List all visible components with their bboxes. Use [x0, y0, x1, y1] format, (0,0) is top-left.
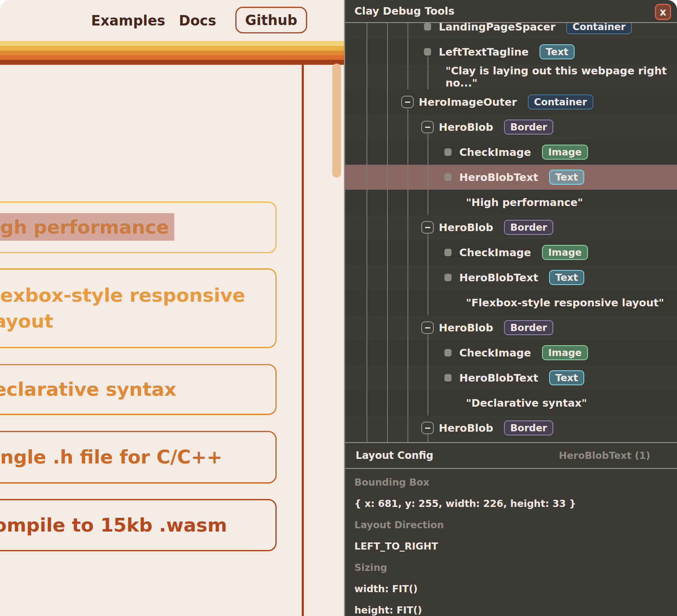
debug-panel-header: Clay Debug Tools — [345, 0, 677, 23]
element-type-badge: Image — [542, 145, 588, 160]
screen: Examples Docs Github igh performancelexb… — [0, 0, 677, 616]
collapse-minus-icon[interactable] — [421, 321, 434, 334]
element-type-badge: Text — [549, 270, 584, 285]
tree-indent-guide — [428, 435, 428, 442]
clay-debug-panel: Clay Debug Tools x LandingPageSpacerCont… — [344, 0, 677, 616]
hero-blob-text: lexbox-style responsive ayout — [0, 283, 245, 334]
element-type-badge: Border — [504, 120, 553, 135]
element-name: HeroImageOuter — [419, 96, 517, 108]
element-name: HeroBlobText — [459, 171, 538, 183]
element-bullet-icon — [424, 48, 431, 56]
hero-blob-card: eclarative syntax — [0, 364, 277, 415]
layout-config-header: Layout Config HeroBlobText (1) — [345, 442, 677, 469]
hero-blob-card: ompile to 15kb .wasm — [0, 499, 277, 551]
selected-element-label: HeroBlobText (1) — [559, 450, 650, 461]
tree-row[interactable]: HeroBlobTextText — [345, 265, 677, 290]
tree-indent-guide — [387, 23, 388, 442]
element-type-badge: Border — [504, 220, 553, 235]
config-field-label: Layout Direction — [354, 514, 677, 535]
tree-row[interactable]: CheckImageImage — [345, 240, 677, 265]
stripe-band — [0, 46, 344, 51]
hero-blob-text: eclarative syntax — [0, 377, 176, 402]
tree-row[interactable]: HeroImageOuterContainer — [345, 89, 677, 115]
tree-row[interactable]: HeroBlobTextText — [345, 165, 677, 190]
gradient-stripe — [0, 41, 344, 65]
element-name: HeroBlobText — [459, 272, 538, 284]
nav-link-examples[interactable]: Examples — [91, 0, 165, 41]
nav-link-docs[interactable]: Docs — [179, 0, 216, 41]
element-type-badge: Text — [549, 370, 584, 385]
layout-config-body: Bounding Box{ x: 681, y: 255, width: 226… — [345, 470, 677, 616]
collapse-minus-icon[interactable] — [421, 221, 434, 234]
string-content: "Flexbox-style responsive layout" — [466, 297, 664, 309]
tree-row-string[interactable]: "Flexbox-style responsive layout" — [345, 290, 677, 315]
element-name: CheckImage — [459, 347, 531, 359]
element-bullet-icon — [445, 173, 452, 181]
stripe-band — [0, 51, 344, 55]
top-nav: Examples Docs Github — [0, 0, 344, 41]
element-name: HeroBlobText — [459, 372, 538, 384]
tree-row[interactable]: HeroBlobBorder — [345, 115, 677, 140]
hero-blob-text: ompile to 15kb .wasm — [0, 512, 227, 538]
collapse-minus-icon[interactable] — [401, 96, 414, 108]
tree-indent-guide — [428, 134, 428, 215]
element-type-badge: Container — [528, 94, 593, 109]
config-field-value: width: FIT() — [354, 578, 677, 599]
tree-row[interactable]: HeroBlobBorder — [345, 415, 677, 440]
element-bullet-icon — [445, 349, 452, 356]
tree-indent-guide — [428, 234, 428, 315]
stripe-band — [0, 55, 344, 60]
debug-selection-highlight — [0, 213, 174, 241]
tree-row[interactable]: CheckImageImage — [345, 340, 677, 365]
tree-row[interactable]: CheckImageImage — [345, 140, 677, 165]
stripe-band — [0, 41, 344, 46]
element-name: CheckImage — [459, 146, 531, 158]
stripe-band — [0, 60, 344, 65]
debug-panel-title: Clay Debug Tools — [354, 5, 455, 17]
element-tree: LandingPageSpacerContainerLeftTextTaglin… — [345, 23, 677, 442]
close-icon[interactable]: x — [655, 4, 671, 20]
collapse-minus-icon[interactable] — [421, 121, 434, 133]
string-content: "Declarative syntax" — [466, 397, 587, 409]
tree-row[interactable]: HeroBlobBorder — [345, 315, 677, 340]
config-field-value: LEFT_TO_RIGHT — [354, 535, 677, 557]
tree-indent-guide — [407, 109, 408, 442]
tree-row-string[interactable]: "Declarative syntax" — [345, 390, 677, 415]
element-bullet-icon — [424, 23, 431, 31]
hero-blob-text: ingle .h file for C/C++ — [0, 444, 222, 470]
element-bullet-icon — [445, 274, 452, 281]
vertical-divider — [302, 65, 304, 616]
tree-indent-guide — [428, 56, 428, 89]
github-button[interactable]: Github — [235, 7, 307, 33]
config-field-value: height: FIT() — [354, 599, 677, 616]
element-name: LeftTextTagline — [439, 46, 529, 58]
element-name: HeroBlob — [439, 422, 493, 434]
element-type-badge: Border — [504, 320, 553, 335]
tree-row[interactable]: LeftTextTaglineText — [345, 39, 677, 64]
element-name: LandingPageSpacer — [439, 23, 555, 33]
element-name: CheckImage — [459, 247, 531, 259]
config-field-label: Bounding Box — [354, 471, 677, 493]
element-type-badge: Container — [566, 23, 632, 34]
element-type-badge: Text — [549, 170, 584, 185]
layout-config-title: Layout Config — [356, 450, 433, 461]
element-type-badge: Image — [542, 345, 588, 360]
config-field-label: Sizing — [354, 557, 677, 578]
tree-row-string[interactable]: "Clay is laying out this webpage right n… — [345, 64, 677, 89]
element-type-badge: Border — [504, 420, 553, 435]
tree-indent-guide — [366, 23, 367, 442]
tree-row-string[interactable]: "High performance" — [345, 190, 677, 215]
element-name: HeroBlob — [439, 221, 493, 234]
tree-row[interactable]: LandingPageSpacerContainer — [345, 23, 677, 39]
element-bullet-icon — [445, 374, 452, 382]
hero-blob-card: lexbox-style responsive ayout — [0, 268, 277, 348]
tree-row[interactable]: HeroBlobTextText — [345, 365, 677, 390]
element-bullet-icon — [445, 249, 452, 256]
collapse-minus-icon[interactable] — [421, 422, 434, 434]
page-scrollbar-thumb[interactable] — [332, 64, 341, 178]
config-field-value: { x: 681, y: 255, width: 226, height: 33… — [354, 493, 677, 514]
tree-row[interactable]: HeroBlobBorder — [345, 215, 677, 240]
element-type-badge: Text — [540, 44, 575, 59]
element-bullet-icon — [445, 148, 452, 156]
tree-indent-guide — [428, 334, 428, 415]
